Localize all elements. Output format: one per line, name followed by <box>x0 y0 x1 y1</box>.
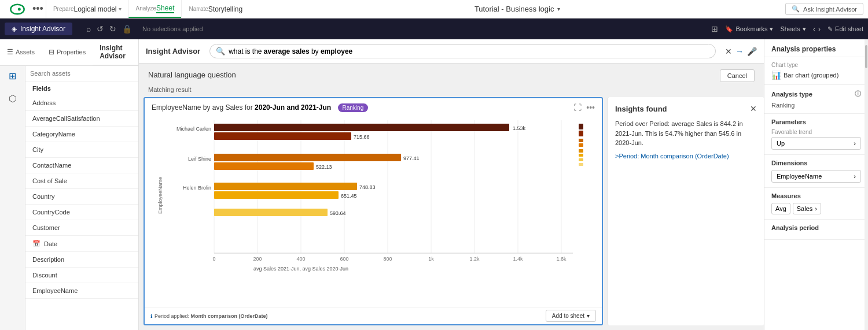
nav-prepare[interactable]: Prepare Logical model ▾ <box>46 0 128 18</box>
selection-lock-icon[interactable]: 🔒 <box>122 24 132 34</box>
expand-chart-icon[interactable]: ⛶ <box>573 103 582 112</box>
cancel-button[interactable]: Cancel <box>720 69 755 82</box>
search-submit-icon[interactable]: → <box>735 47 744 56</box>
analysis-period-section: Analysis period <box>764 220 868 240</box>
svg-text:200: 200 <box>253 256 262 262</box>
field-item-costofsale[interactable]: Cost of Sale <box>25 173 138 189</box>
period-info-icon: ℹ <box>150 313 152 319</box>
analysis-props-title: Analysis properties <box>764 39 868 57</box>
svg-text:Michael Carlen: Michael Carlen <box>176 126 211 132</box>
field-item-categoryname[interactable]: CategoryName <box>25 127 138 142</box>
insights-title: Insights found <box>615 105 667 113</box>
prepare-arrow-icon: ▾ <box>119 6 122 12</box>
back-icon[interactable]: ↺ <box>97 24 104 34</box>
prepare-value: Logical model <box>73 5 116 13</box>
search-bar-search-icon: 🔍 <box>216 47 225 55</box>
dimension-chip[interactable]: EmployeeName › <box>771 170 861 183</box>
chart-header: EmployeeName by avg Sales for 2020-Jun a… <box>145 98 602 114</box>
field-item-avgcall[interactable]: AverageCallSatisfaction <box>25 111 138 127</box>
measure-chips: Avg Sales › <box>771 203 861 214</box>
field-item-contactname[interactable]: ContactName <box>25 158 138 173</box>
search-fields-input[interactable] <box>30 70 134 77</box>
field-date-label: Date <box>44 240 57 247</box>
ia-sidebar-title: Insight Advisor <box>93 39 138 65</box>
period-info: ℹ Period applied: Month comparison (Orde… <box>150 313 268 319</box>
prev-sheet-icon[interactable]: ‹ <box>813 24 816 34</box>
sheets-button[interactable]: Sheets ▾ <box>780 25 806 33</box>
svg-text:800: 800 <box>383 256 392 262</box>
chart-icons: ⛶ ••• <box>573 103 595 112</box>
field-item-city[interactable]: City <box>25 142 138 158</box>
chart-title-bold: 2020-Jun and 2021-Jun <box>255 103 331 112</box>
field-item-date[interactable]: 📅 Date <box>25 236 138 252</box>
ask-advisor-button[interactable]: 🔍 Ask Insight Advisor <box>785 3 863 15</box>
analyze-value: Sheet <box>156 4 174 13</box>
bookmarks-button[interactable]: 🔖 Bookmarks ▾ <box>725 25 773 33</box>
svg-rect-41 <box>579 131 583 136</box>
nav-right: 🔍 Ask Insight Advisor <box>785 3 863 15</box>
analysis-type-info-icon[interactable]: ⓘ <box>855 90 861 98</box>
forward-icon[interactable]: ↻ <box>109 24 116 34</box>
insights-close-icon[interactable]: ✕ <box>750 104 757 113</box>
add-to-sheet-button[interactable]: Add to sheet ▾ <box>546 310 596 322</box>
sidebar-inner: ⊞ ⬡ Fields Address AverageCallSatisfacti… <box>0 66 138 330</box>
search-bar[interactable]: 🔍 what is the average sales by employee <box>209 44 716 58</box>
sidebar-nav: ⊞ ⬡ <box>0 66 25 330</box>
analysis-period-label: Analysis period <box>771 224 819 231</box>
field-categoryname-label: CategoryName <box>32 131 75 138</box>
svg-text:715.66: 715.66 <box>354 134 370 140</box>
field-item-description[interactable]: Description <box>25 252 138 268</box>
search-clear-icon[interactable]: ✕ <box>725 47 732 56</box>
field-item-country[interactable]: Country <box>25 189 138 205</box>
field-item-employeename[interactable]: EmployeeName <box>25 283 138 299</box>
search-fields-container <box>25 66 138 81</box>
prepare-label: Prepare <box>53 6 74 12</box>
edit-sheet-button[interactable]: ✎ Edit sheet <box>827 25 863 33</box>
svg-text:651.45: 651.45 <box>341 193 357 199</box>
chart-menu-icon[interactable]: ••• <box>586 103 595 112</box>
measure-avg-chip[interactable]: Avg <box>771 203 790 214</box>
field-item-address[interactable]: Address <box>25 95 138 111</box>
next-sheet-icon[interactable]: › <box>818 24 821 34</box>
tab-assets[interactable]: ☰ Assets <box>0 39 42 65</box>
field-item-customer[interactable]: Customer <box>25 220 138 236</box>
svg-text:EmployeeName: EmployeeName <box>157 177 163 214</box>
field-item-countrycode[interactable]: CountryCode <box>25 205 138 220</box>
fields-title: Fields <box>25 81 138 95</box>
voice-search-icon[interactable]: 🎤 <box>747 47 757 56</box>
insights-period-link[interactable]: >Period: Month comparison (OrderDate) <box>615 153 757 160</box>
measures-section: Measures Avg Sales › <box>764 188 868 220</box>
field-item-discount[interactable]: Discount <box>25 268 138 283</box>
chart-title: EmployeeName by avg Sales for 2020-Jun a… <box>152 103 368 112</box>
field-country-label: Country <box>32 193 55 200</box>
fields-panel: Fields Address AverageCallSatisfaction C… <box>25 66 138 330</box>
svg-text:593.64: 593.64 <box>330 210 346 216</box>
svg-rect-20 <box>214 162 314 170</box>
properties-tab-label: Properties <box>57 49 86 55</box>
grid-icon[interactable]: ⊞ <box>711 24 718 34</box>
nav-analyze[interactable]: Analyze Sheet <box>128 0 182 18</box>
measure-sales-chip[interactable]: Sales › <box>793 203 821 214</box>
nav-dots-icon[interactable]: ••• <box>30 3 46 15</box>
matching-result-label: Matching result <box>148 86 192 93</box>
favorable-trend-dropdown[interactable]: Up › <box>771 137 861 150</box>
smart-search-icon[interactable]: ⌕ <box>86 24 91 34</box>
svg-rect-13 <box>214 124 509 131</box>
svg-rect-43 <box>579 143 583 147</box>
svg-point-1 <box>18 8 21 10</box>
narrate-value: Storytelling <box>208 5 242 13</box>
svg-text:avg Sales 2021-Jun, avg Sales : avg Sales 2021-Jun, avg Sales 2020-Jun <box>253 266 348 272</box>
fields-list: Address AverageCallSatisfaction Category… <box>25 95 138 330</box>
chart-container: EmployeeName by avg Sales for 2020-Jun a… <box>144 97 603 325</box>
app-dropdown-icon[interactable]: ▾ <box>557 6 560 12</box>
master-items-nav-icon[interactable]: ⬡ <box>9 93 17 104</box>
scroll-thumb[interactable] <box>865 45 867 68</box>
favorable-trend-label: Favorable trend <box>771 129 861 135</box>
nav-narrate[interactable]: Narrate Storytelling <box>181 0 249 18</box>
tab-properties[interactable]: ⊟ Properties <box>42 39 93 65</box>
insight-advisor-tab[interactable]: ◈ Insight Advisor <box>5 23 72 35</box>
ask-advisor-label: Ask Insight Advisor <box>803 6 857 13</box>
fields-nav-icon[interactable]: ⊞ <box>9 71 16 81</box>
analysis-type-section: Analysis type ⓘ Ranking <box>764 85 868 114</box>
svg-text:1.2k: 1.2k <box>469 256 480 262</box>
